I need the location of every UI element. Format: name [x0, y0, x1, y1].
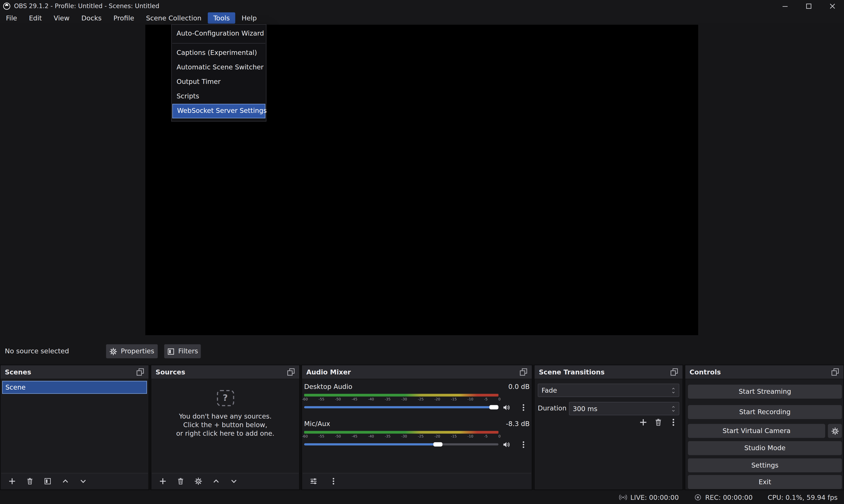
menu-file[interactable]: File: [0, 12, 22, 23]
mute-button[interactable]: [502, 440, 510, 448]
scene-filters-button[interactable]: [43, 477, 52, 485]
menu-help[interactable]: Help: [236, 12, 262, 23]
scene-list-item[interactable]: Scene: [2, 381, 147, 394]
tick-label: -60: [302, 397, 307, 401]
tick-label: -25: [418, 434, 424, 438]
volume-slider-handle[interactable]: [433, 442, 442, 447]
empty-state-line: Click the + button below,: [183, 421, 267, 429]
start-virtual-camera-button[interactable]: Start Virtual Camera: [688, 424, 825, 438]
tick-label: 0: [498, 397, 500, 401]
transition-options-button[interactable]: [669, 418, 678, 427]
rec-icon: [694, 493, 702, 501]
move-scene-up-button[interactable]: [61, 477, 69, 485]
menu-item-websocket-server-settings[interactable]: WebSocket Server Settings: [172, 104, 265, 119]
close-icon: [828, 2, 836, 10]
duration-label: Duration: [538, 404, 566, 412]
virtual-camera-config-button[interactable]: [828, 424, 842, 438]
transition-select[interactable]: Fade: [538, 384, 679, 397]
move-source-down-button[interactable]: [230, 477, 238, 485]
window-controls: [773, 0, 844, 12]
advanced-audio-button[interactable]: [310, 477, 318, 485]
minimize-button[interactable]: [773, 0, 797, 12]
add-scene-button[interactable]: [8, 477, 16, 485]
tick-label: -20: [435, 397, 440, 401]
menu-item-output-timer[interactable]: Output Timer: [172, 75, 265, 89]
volume-meter: [304, 431, 498, 433]
exit-button[interactable]: Exit: [688, 475, 842, 489]
popout-icon[interactable]: [287, 368, 295, 376]
trash-icon: [177, 477, 185, 485]
volume-slider[interactable]: [304, 403, 498, 411]
properties-button[interactable]: Properties: [106, 344, 158, 358]
filters-button[interactable]: Filters: [164, 344, 201, 358]
channel-name: Mic/Aux: [304, 420, 330, 429]
audio-mixer-dock: Audio Mixer Desktop Audio 0.0 dB -60-55-…: [301, 365, 532, 490]
volume-slider-handle[interactable]: [489, 405, 498, 410]
mute-button[interactable]: [502, 403, 510, 411]
popout-icon[interactable]: [670, 368, 678, 376]
filters-button-label: Filters: [178, 348, 198, 355]
channel-options-button[interactable]: [520, 403, 528, 411]
plus-icon: [8, 477, 16, 485]
menu-item-auto-configuration-wizard[interactable]: Auto-Configuration Wizard: [172, 26, 265, 41]
remove-transition-button[interactable]: [654, 418, 663, 427]
studio-mode-button[interactable]: Studio Mode: [688, 441, 842, 455]
start-streaming-button[interactable]: Start Streaming: [688, 385, 842, 399]
menu-scene-collection[interactable]: Scene Collection: [141, 12, 207, 23]
volume-slider[interactable]: [304, 440, 498, 448]
chevron-down-icon: [671, 409, 676, 412]
tick-label: -30: [401, 397, 407, 401]
tick-label: -50: [335, 397, 341, 401]
settings-button[interactable]: Settings: [688, 458, 842, 472]
source-properties-button[interactable]: [194, 477, 203, 485]
add-source-button[interactable]: [159, 477, 167, 485]
maximize-button[interactable]: [797, 0, 821, 12]
add-transition-button[interactable]: [639, 418, 648, 427]
chevron-up-icon: [671, 386, 676, 390]
properties-button-label: Properties: [121, 348, 154, 355]
menu-item-automatic-scene-switcher[interactable]: Automatic Scene Switcher: [172, 60, 265, 75]
remove-scene-button[interactable]: [26, 477, 34, 485]
menu-item-captions-experimental[interactable]: Captions (Experimental): [172, 46, 265, 60]
start-recording-button[interactable]: Start Recording: [688, 405, 842, 419]
mixer-options-button[interactable]: [329, 477, 337, 485]
sources-dock-header: Sources: [151, 365, 299, 379]
menu-view[interactable]: View: [48, 12, 75, 23]
channel-name: Desktop Audio: [304, 383, 352, 392]
speaker-icon: [502, 403, 510, 411]
channel-level-db: -8.3 dB: [506, 420, 530, 429]
sliders-icon: [310, 477, 318, 485]
menu-edit[interactable]: Edit: [23, 12, 47, 23]
spin-arrows[interactable]: [671, 405, 676, 412]
move-scene-down-button[interactable]: [79, 477, 87, 485]
menu-item-scripts[interactable]: Scripts: [172, 89, 265, 104]
chevron-down-icon: [671, 390, 676, 394]
filters-icon: [167, 347, 175, 355]
tick-label: -45: [352, 397, 357, 401]
chevron-down-icon: [230, 477, 238, 485]
tick-label: -45: [352, 434, 357, 438]
duration-spinbox[interactable]: 300 ms: [569, 402, 679, 415]
move-source-up-button[interactable]: [212, 477, 220, 485]
popout-icon[interactable]: [520, 368, 528, 376]
sources-toolbar: [152, 473, 299, 489]
menu-docks[interactable]: Docks: [76, 12, 107, 23]
obs-logo-icon: [3, 2, 11, 10]
live-status: LIVE: 00:00:00: [619, 493, 679, 501]
channel-options-button[interactable]: [520, 440, 528, 448]
chevron-up-icon: [212, 477, 220, 485]
chevron-down-icon: [79, 477, 87, 485]
menu-tools[interactable]: Tools: [208, 12, 235, 23]
rec-time: REC: 00:00:00: [705, 494, 753, 501]
menu-bar: File Edit View Docks Profile Scene Colle…: [0, 12, 844, 24]
close-button[interactable]: [820, 0, 844, 12]
empty-state-line: You don't have any sources.: [179, 413, 271, 420]
scene-transitions-dock-header: Scene Transitions: [534, 365, 683, 379]
popout-icon[interactable]: [136, 368, 144, 376]
tick-label: -35: [385, 434, 390, 438]
rec-status: REC: 00:00:00: [694, 493, 753, 501]
tick-label: -35: [385, 397, 390, 401]
remove-source-button[interactable]: [177, 477, 185, 485]
popout-icon[interactable]: [831, 368, 839, 376]
menu-profile[interactable]: Profile: [108, 12, 140, 23]
